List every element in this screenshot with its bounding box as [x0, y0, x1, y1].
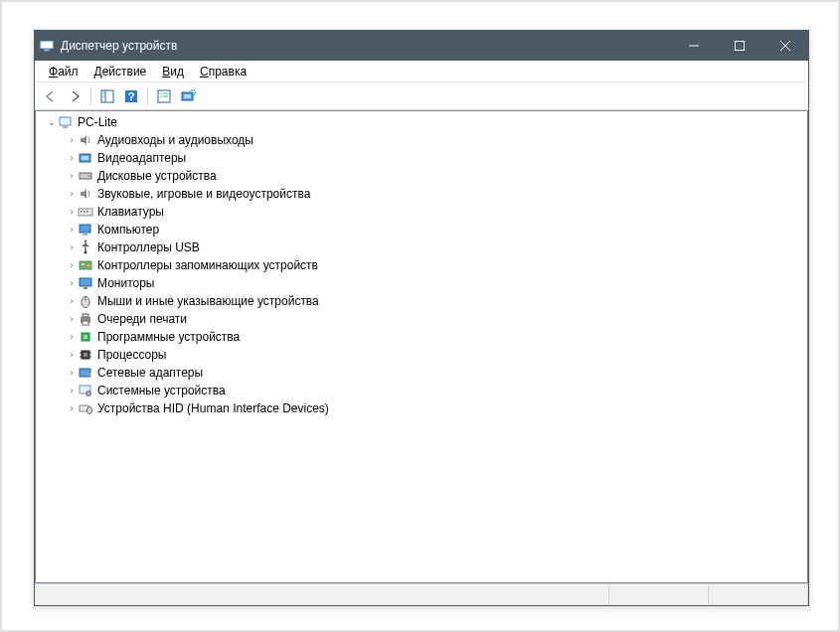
svg-rect-41 — [83, 314, 88, 317]
tree-category[interactable]: ›Очереди печати — [40, 310, 807, 328]
tree-category-label: Устройства HID (Human Interface Devices) — [97, 401, 329, 415]
chevron-right-icon[interactable]: › — [66, 403, 78, 413]
show-hide-tree-button[interactable] — [95, 85, 119, 107]
status-cell — [709, 584, 808, 605]
tree-category[interactable]: ›Мониторы — [40, 274, 807, 292]
scan-hardware-button[interactable] — [176, 85, 200, 107]
tree-category-label: Сетевые адаптеры — [97, 366, 203, 380]
tree-category[interactable]: ›Аудиовходы и аудиовыходы — [40, 131, 807, 149]
printer-icon — [78, 311, 93, 327]
tree-category[interactable]: ›Системные устройства — [40, 382, 807, 399]
chevron-right-icon[interactable]: › — [66, 386, 78, 395]
chevron-right-icon[interactable]: › — [66, 260, 78, 270]
tree-root-label: PC-Lite — [78, 115, 117, 129]
svg-rect-28 — [84, 211, 85, 213]
tree-category[interactable]: ›Мыши и иные указывающие устройства — [40, 292, 807, 310]
svg-rect-23 — [82, 156, 88, 160]
forward-button[interactable] — [63, 85, 86, 107]
svg-rect-30 — [80, 225, 90, 233]
svg-rect-29 — [86, 211, 88, 213]
tree-category[interactable]: ›Видеоадаптеры — [40, 149, 807, 167]
menubar: Файл Действие Вид Справка — [35, 61, 808, 82]
keyboard-icon — [78, 204, 93, 220]
chevron-down-icon[interactable]: ⌄ — [46, 117, 58, 127]
minimize-button[interactable] — [671, 31, 717, 61]
menu-help[interactable]: Справка — [192, 63, 254, 80]
svg-rect-34 — [82, 263, 84, 265]
window-controls — [671, 31, 808, 61]
tree-category[interactable]: ›Дисковые устройства — [40, 167, 807, 185]
tree-category-label: Звуковые, игровые и видеоустройства — [97, 187, 310, 201]
svg-point-32 — [84, 251, 87, 254]
chevron-right-icon[interactable]: › — [66, 135, 78, 145]
tree-category[interactable]: ›Процессоры — [40, 346, 807, 364]
chevron-right-icon[interactable]: › — [66, 207, 78, 217]
tree-category-label: Программные устройства — [97, 330, 240, 344]
chevron-right-icon[interactable]: › — [66, 153, 78, 163]
tree-category-label: Контроллеры запоминающих устройств — [97, 258, 318, 272]
statusbar — [35, 583, 808, 605]
chevron-right-icon[interactable]: › — [66, 242, 78, 252]
toolbar: ? — [35, 82, 808, 110]
device-tree: ⌄PC-Lite›Аудиовходы и аудиовыходы›Видеоа… — [36, 111, 807, 419]
back-button[interactable] — [39, 85, 63, 107]
svg-point-35 — [87, 264, 90, 267]
audio-icon — [78, 132, 93, 148]
titlebar[interactable]: Диспетчер устройств — [35, 31, 808, 61]
svg-rect-3 — [736, 42, 745, 51]
svg-rect-51 — [80, 369, 90, 377]
chevron-right-icon[interactable]: › — [66, 225, 78, 235]
tree-category-label: Видеоадаптеры — [97, 151, 186, 165]
tree-category[interactable]: ›Устройства HID (Human Interface Devices… — [40, 399, 807, 417]
status-cell — [35, 584, 609, 605]
tree-category-label: Аудиовходы и аудиовыходы — [97, 133, 253, 147]
menu-file[interactable]: Файл — [41, 63, 86, 80]
svg-point-54 — [87, 393, 89, 395]
chevron-right-icon[interactable]: › — [66, 368, 78, 378]
menu-action[interactable]: Действие — [86, 63, 155, 80]
chevron-right-icon[interactable]: › — [66, 296, 78, 306]
chevron-right-icon[interactable]: › — [66, 278, 78, 288]
toolbar-separator — [147, 87, 148, 105]
tree-root[interactable]: ⌄PC-Lite — [40, 113, 807, 131]
app-icon — [35, 39, 59, 53]
tree-category[interactable]: ›Клавиатуры — [40, 203, 807, 221]
chevron-right-icon[interactable]: › — [66, 350, 78, 360]
tree-category[interactable]: ›Контроллеры USB — [40, 238, 807, 256]
maximize-button[interactable] — [717, 31, 762, 61]
chevron-right-icon[interactable]: › — [66, 189, 78, 199]
tree-category-label: Дисковые устройства — [97, 169, 217, 183]
tree-category[interactable]: ›Программные устройства — [40, 328, 807, 346]
svg-rect-44 — [84, 335, 87, 339]
svg-rect-37 — [84, 287, 87, 289]
close-button[interactable] — [762, 31, 808, 61]
tree-category[interactable]: ›Компьютер — [40, 221, 807, 238]
status-cell — [609, 584, 709, 605]
tree-category-label: Контроллеры USB — [97, 240, 200, 254]
chevron-right-icon[interactable]: › — [66, 171, 78, 181]
svg-point-8 — [102, 92, 104, 94]
chevron-right-icon[interactable]: › — [66, 332, 78, 342]
svg-rect-21 — [63, 126, 68, 128]
menu-view[interactable]: Вид — [154, 63, 192, 80]
chevron-right-icon[interactable]: › — [66, 314, 78, 324]
tree-category-label: Компьютер — [97, 223, 159, 237]
hid-icon — [78, 400, 93, 416]
device-manager-window: Диспетчер устройств Файл Действие Вид Сп… — [34, 30, 809, 606]
svg-rect-42 — [83, 321, 88, 325]
tree-category[interactable]: ›Сетевые адаптеры — [40, 364, 807, 382]
network-icon — [78, 365, 93, 381]
device-tree-panel[interactable]: ⌄PC-Lite›Аудиовходы и аудиовыходы›Видеоа… — [35, 110, 808, 583]
tree-category-label: Клавиатуры — [97, 205, 164, 219]
svg-rect-0 — [41, 42, 53, 49]
svg-rect-20 — [60, 117, 71, 125]
svg-rect-1 — [44, 50, 49, 52]
svg-rect-36 — [80, 278, 91, 286]
computer-icon — [58, 114, 74, 130]
tree-category[interactable]: ›Звуковые, игровые и видеоустройства — [40, 185, 807, 203]
tree-category-label: Мыши и иные указывающие устройства — [97, 294, 319, 308]
disk-icon — [78, 168, 93, 184]
tree-category[interactable]: ›Контроллеры запоминающих устройств — [40, 256, 807, 274]
help-button[interactable]: ? — [119, 85, 143, 107]
properties-button[interactable] — [152, 85, 176, 107]
